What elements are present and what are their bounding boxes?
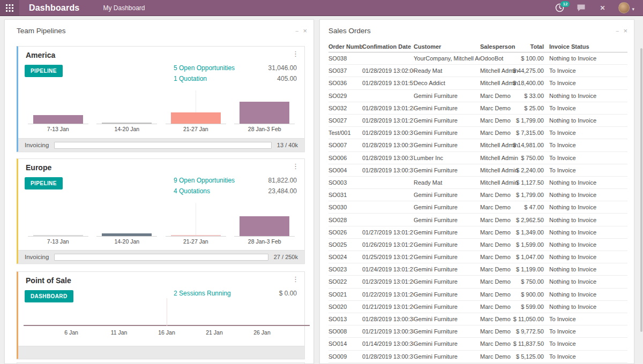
kebab-menu-icon[interactable] [292, 50, 299, 58]
table-row[interactable]: SO00801/21/2019 13:00:38Gemini Furniture… [328, 325, 627, 338]
col-customer[interactable]: Customer [414, 43, 480, 50]
table-cell: Marc Demo [480, 304, 526, 310]
table-row[interactable]: SO02701/28/2019 13:01:27Gemini Furniture… [328, 115, 627, 127]
open-opportunities-link[interactable]: 5 Open Opportunities [174, 64, 235, 72]
table-row[interactable]: SO03701/28/2019 13:02:00Ready MatMitchel… [328, 65, 627, 77]
table-row[interactable]: Test/00101/28/2019 13:00:37Gemini Furnit… [328, 127, 627, 139]
table-row[interactable]: SO02201/23/2019 13:01:26Gemini Furniture… [328, 276, 627, 288]
table-cell: Gemini Furniture [414, 304, 480, 310]
table-cell: Nothing to Invoice [549, 217, 627, 223]
col-salesperson[interactable]: Salesperson [480, 43, 526, 50]
table-row[interactable]: SO03201/28/2019 13:01:28Gemini Furniture… [328, 102, 627, 115]
open-opportunities-link[interactable]: 9 Open Opportunities [174, 177, 235, 184]
activity-count-badge: 12 [560, 1, 570, 7]
col-invoice-status[interactable]: Invoice Status [549, 43, 627, 50]
table-row[interactable]: SO02401/25/2019 13:01:27Gemini Furniture… [328, 251, 627, 263]
messages-button[interactable] [575, 3, 586, 13]
table-cell: Gemini Furniture [414, 266, 480, 272]
chart-bar [33, 115, 83, 124]
table-cell: $ 599.00 [526, 304, 544, 310]
table-cell: $ 5,125.00 [526, 353, 544, 360]
activities-button[interactable]: 12 [554, 3, 565, 13]
kebab-menu-icon[interactable] [292, 162, 299, 170]
table-cell: Nothing to Invoice [549, 229, 627, 236]
link-value: 31,046.00 [268, 64, 297, 72]
table-cell: SO030 [328, 204, 362, 210]
x-axis-label: 28 Jan-3 Feb [248, 238, 281, 245]
table-row[interactable]: SO00701/28/2019 13:00:37Gemini Furniture… [328, 139, 627, 151]
kebab-menu-icon[interactable] [292, 275, 299, 283]
table-cell: To Invoice [549, 67, 627, 74]
dashboard-card-point-of-sale: Point of Sale DASHBOARD 2 Sessions Runni… [17, 271, 305, 359]
pipeline-bar-chart: 7-13 Jan14-20 Jan21-27 Jan28 Jan-3 Feb [24, 90, 299, 132]
app-title[interactable]: Dashboards [29, 3, 79, 13]
pipeline-button[interactable]: PIPELINE [25, 177, 63, 189]
table-cell: $ 9,772.50 [526, 328, 544, 335]
table-cell: Gemini Furniture [414, 204, 480, 210]
table-cell: Marc Demo [480, 93, 526, 99]
table-row[interactable]: SO02601/27/2019 13:01:27Gemini Furniture… [328, 226, 627, 239]
table-row[interactable]: SO00901/28/2019 13:00:37Gemini Furniture… [328, 351, 627, 363]
table-cell: SO024 [328, 254, 362, 260]
col-order-number[interactable]: Order Number [328, 43, 362, 50]
menu-my-dashboard[interactable]: My Dashboard [103, 4, 145, 12]
table-row[interactable]: SO038YourCompany, Mitchell AdminOdooBot$… [328, 52, 627, 65]
table-row[interactable]: SO00601/28/2019 13:00:37Lumber IncMitche… [328, 152, 627, 164]
table-cell: 01/28/2019 13:01:59 [362, 80, 414, 86]
table-cell: Nothing to Invoice [549, 179, 627, 186]
top-navbar: Dashboards My Dashboard 12 [0, 0, 643, 16]
table-row[interactable]: SO02001/21/2019 13:01:26Gemini Furniture… [328, 301, 627, 313]
col-confirmation-date[interactable]: Confimation Date [362, 43, 414, 50]
table-row[interactable]: SO028Gemini FurnitureMarc Demo$ 2,962.50… [328, 214, 627, 226]
table-row[interactable]: SO02301/24/2019 13:01:27Gemini Furniture… [328, 263, 627, 276]
table-row[interactable]: SO01501/28/2019 13:00:38Gemini Furniture… [328, 363, 627, 363]
table-row[interactable]: SO01401/14/2019 13:00:38Gemini Furniture… [328, 338, 627, 350]
chart-marker-line [196, 203, 196, 236]
close-icon[interactable] [303, 26, 307, 35]
quotations-link[interactable]: 4 Quotations [174, 187, 210, 195]
table-cell: Gemini Furniture [414, 291, 480, 298]
table-cell: Nothing to Invoice [549, 241, 627, 248]
table-row[interactable]: SO00401/28/2019 13:00:37Gemini Furniture… [328, 164, 627, 177]
x-axis-label: 7-13 Jan [47, 126, 69, 132]
quotation-link[interactable]: 1 Quotation [174, 75, 207, 82]
table-row[interactable]: SO029Gemini FurnitureMarc Demo$ 33.00Not… [328, 90, 627, 102]
close-icon[interactable] [623, 26, 627, 35]
table-row[interactable]: SO02101/22/2019 13:01:26Gemini Furniture… [328, 289, 627, 301]
table-cell: 01/28/2019 13:01:28 [362, 105, 414, 111]
table-row[interactable]: SO030Gemini FurnitureMarc Demo$ 47.00Not… [328, 201, 627, 214]
table-cell: $ 33.00 [526, 93, 544, 99]
avatar [618, 2, 630, 13]
table-row[interactable]: SO031Gemini FurnitureMarc Demo$ 1,799.00… [328, 189, 627, 201]
chart-baseline [234, 124, 295, 124]
table-row[interactable]: SO03601/28/2019 13:01:59Deco AddictMitch… [328, 77, 627, 89]
table-row[interactable]: SO01301/28/2019 13:00:38Gemini Furniture… [328, 313, 627, 325]
chart-slot: 28 Jan-3 Feb [230, 203, 300, 245]
table-cell: $ 100.00 [526, 55, 544, 62]
chart-bar [240, 216, 289, 236]
chat-bubble-icon [577, 4, 586, 12]
table-cell: Nothing to Invoice [549, 304, 627, 310]
table-row[interactable]: SO003Ready MatMitchell Admin$ 1,127.50No… [328, 177, 627, 189]
table-cell: SO022 [328, 278, 362, 285]
table-cell: $ 1,799.00 [526, 192, 544, 198]
table-row[interactable]: SO02501/26/2019 13:01:27Gemini Furniture… [328, 239, 627, 251]
table-cell: Marc Demo [480, 204, 526, 210]
x-axis-label: 6 Jan [64, 329, 78, 336]
minimize-icon[interactable] [616, 26, 619, 35]
apps-menu-button[interactable] [0, 0, 19, 16]
chart-slot: 21-27 Jan [161, 90, 230, 132]
page-scrollbar-thumb[interactable] [640, 48, 642, 332]
table-cell: $ 11,050.00 [526, 316, 544, 322]
table-cell: $ 25.00 [526, 105, 544, 111]
minimize-icon[interactable] [295, 26, 298, 35]
close-debug-button[interactable] [597, 3, 608, 13]
table-cell: YourCompany, Mitchell Admin [414, 55, 480, 62]
pipeline-button[interactable]: PIPELINE [25, 65, 63, 77]
chart-baseline [96, 236, 157, 237]
table-body: SO038YourCompany, Mitchell AdminOdooBot$… [328, 52, 627, 363]
table-cell: SO003 [328, 179, 362, 186]
col-total[interactable]: Total [526, 43, 544, 50]
table-cell: $ 750.00 [526, 278, 544, 285]
user-menu[interactable] [618, 2, 634, 13]
